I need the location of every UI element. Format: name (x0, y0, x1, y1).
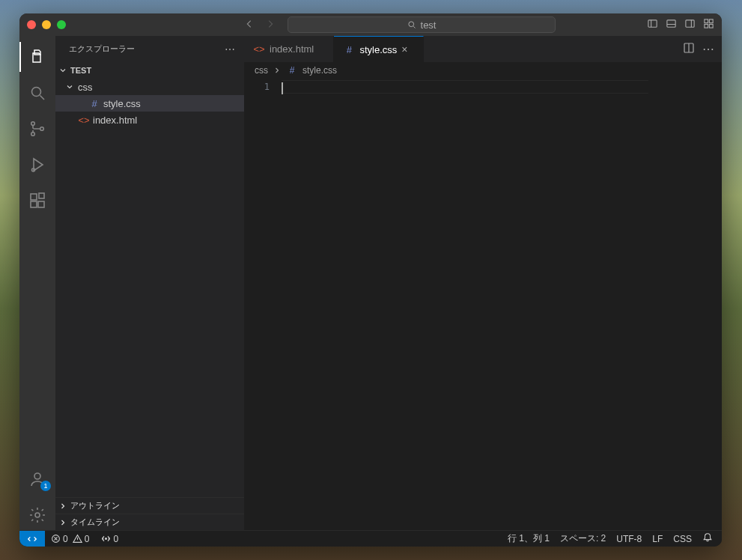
svg-point-17 (34, 473, 40, 479)
notifications-bell-icon[interactable] (702, 532, 713, 545)
status-indent[interactable]: スペース: 2 (560, 532, 606, 545)
line-number: 1 (244, 80, 270, 94)
remote-indicator[interactable] (19, 531, 45, 547)
hash-icon: # (88, 98, 100, 109)
chevron-right-icon (273, 66, 282, 75)
nav-back-button[interactable] (244, 19, 255, 31)
accounts-badge: 1 (40, 481, 51, 491)
status-eol[interactable]: LF (652, 534, 663, 544)
sidebar-more-icon[interactable]: ⋯ (225, 43, 235, 55)
svg-point-11 (40, 127, 44, 131)
line-number-gutter: 1 (244, 79, 282, 530)
tree-file-style-css[interactable]: # style.css (55, 95, 244, 112)
editor-area: <> index.html × # style.css × ⋯ css # (244, 36, 722, 530)
svg-rect-6 (705, 24, 708, 28)
html-brackets-icon: <> (253, 43, 265, 55)
chevron-right-icon (58, 502, 67, 511)
svg-point-18 (35, 513, 40, 517)
maximize-window-button[interactable] (57, 20, 66, 29)
status-ports[interactable]: 0 (101, 534, 118, 544)
command-center-search[interactable]: test (288, 16, 556, 33)
activity-explorer[interactable] (19, 42, 55, 72)
titlebar: test (19, 13, 722, 36)
hash-icon: # (343, 44, 355, 55)
search-text: test (421, 19, 437, 31)
workspace-section-header[interactable]: TEST (55, 62, 244, 79)
layout-panel-bottom-icon[interactable] (666, 18, 677, 31)
breadcrumb[interactable]: css # style.css (244, 62, 722, 79)
search-icon (407, 20, 416, 29)
vscode-window: test (19, 13, 722, 547)
sidebar-explorer: エクスプローラー ⋯ TEST css # style.css (55, 36, 244, 530)
text-editor[interactable]: 1 (244, 79, 722, 530)
status-right: 行 1、列 1 スペース: 2 UTF-8 LF CSS (508, 532, 722, 545)
svg-rect-13 (31, 194, 37, 200)
chevron-down-icon (58, 66, 67, 75)
tree-folder-css[interactable]: css (55, 79, 244, 95)
close-icon[interactable]: × (401, 43, 407, 55)
breadcrumb-seg[interactable]: style.css (302, 65, 337, 76)
tree-file-index-html[interactable]: <> index.html (55, 112, 244, 128)
file-tree: css # style.css <> index.html (55, 79, 244, 128)
svg-point-0 (408, 22, 413, 27)
minimize-window-button[interactable] (42, 20, 51, 29)
svg-point-8 (32, 88, 41, 97)
workspace-name: TEST (70, 66, 91, 75)
tab-label: index.html (270, 43, 314, 55)
status-line-col[interactable]: 行 1、列 1 (508, 532, 550, 545)
status-language[interactable]: CSS (673, 534, 692, 544)
status-bar: 0 0 0 行 1、列 1 スペース: 2 UTF-8 LF CSS (19, 530, 722, 547)
activity-source-control[interactable] (19, 114, 55, 144)
svg-rect-5 (709, 19, 713, 23)
svg-point-9 (31, 122, 35, 126)
status-warnings[interactable]: 0 (73, 534, 90, 544)
sidebar-title: エクスプローラー (69, 43, 135, 55)
tab-index-html[interactable]: <> index.html × (244, 36, 334, 62)
svg-rect-3 (686, 20, 694, 27)
sidebar-header: エクスプローラー ⋯ (55, 36, 244, 62)
activity-run-debug[interactable] (19, 150, 55, 180)
nav-forward-button[interactable] (265, 19, 276, 31)
window-controls (27, 20, 66, 29)
hash-icon: # (286, 65, 298, 76)
outline-label: アウトライン (70, 500, 120, 511)
status-errors[interactable]: 0 (51, 534, 68, 544)
file-label: style.css (103, 98, 141, 109)
svg-rect-16 (39, 193, 44, 198)
breadcrumb-seg[interactable]: css (255, 65, 268, 76)
svg-rect-7 (709, 24, 713, 28)
outline-section[interactable]: アウトライン (55, 497, 244, 514)
svg-rect-15 (38, 201, 44, 207)
tab-style-css[interactable]: # style.css × (334, 36, 424, 62)
editor-tabs: <> index.html × # style.css × ⋯ (244, 36, 722, 62)
svg-rect-1 (648, 20, 657, 27)
activity-bar: 1 (19, 36, 55, 530)
timeline-section[interactable]: タイムライン (55, 514, 244, 530)
html-brackets-icon: <> (78, 115, 90, 126)
layout-sidebar-left-icon[interactable] (647, 18, 658, 31)
nav-buttons (244, 19, 276, 31)
tab-label: style.css (359, 44, 397, 55)
svg-point-10 (31, 133, 35, 136)
titlebar-right (647, 18, 714, 31)
timeline-label: タイムライン (70, 517, 120, 528)
activity-accounts[interactable]: 1 (19, 464, 55, 494)
file-label: index.html (93, 115, 137, 126)
chevron-right-icon (58, 518, 67, 527)
text-content[interactable] (282, 79, 722, 530)
activity-search[interactable] (19, 78, 55, 108)
more-actions-icon[interactable]: ⋯ (702, 42, 714, 56)
svg-rect-2 (667, 20, 675, 27)
status-left: 0 0 0 (45, 534, 118, 544)
text-caret (282, 82, 283, 94)
split-editor-icon[interactable] (683, 42, 695, 56)
layout-sidebar-right-icon[interactable] (684, 18, 696, 31)
status-encoding[interactable]: UTF-8 (616, 534, 642, 544)
svg-rect-14 (31, 201, 37, 207)
close-window-button[interactable] (27, 20, 36, 29)
activity-settings[interactable] (19, 500, 55, 530)
svg-point-21 (106, 538, 107, 540)
activity-extensions[interactable] (19, 186, 55, 216)
customize-layout-icon[interactable] (703, 18, 714, 31)
folder-label: css (78, 82, 93, 93)
